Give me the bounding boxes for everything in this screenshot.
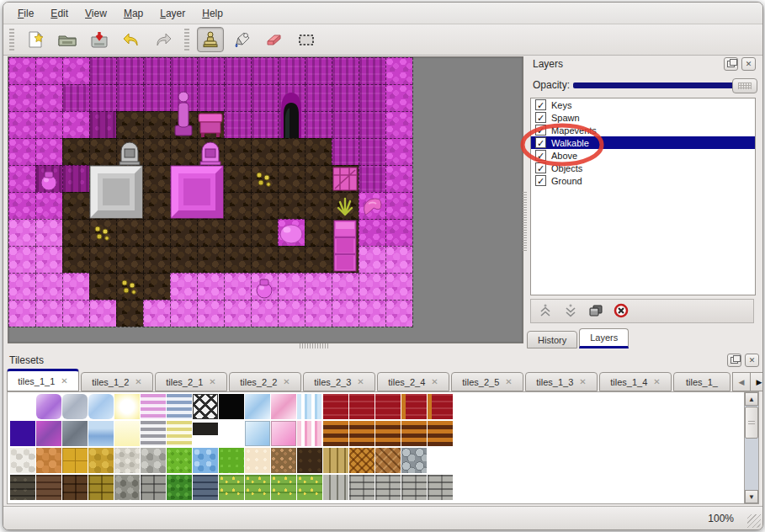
- palette-tile-glass-gray[interactable]: [62, 394, 88, 419]
- map-tile[interactable]: [332, 273, 359, 300]
- map-tile[interactable]: [143, 273, 170, 300]
- map-tile[interactable]: [8, 111, 35, 138]
- map-tile[interactable]: [89, 111, 116, 138]
- palette-tile-brickrow-gray[interactable]: [428, 475, 453, 500]
- palette-tile-hedge[interactable]: [167, 475, 192, 500]
- map-tile[interactable]: [35, 138, 62, 165]
- palette-tile-window-blue[interactable]: [245, 421, 270, 446]
- palette-tile-carpet-red[interactable]: [323, 394, 348, 419]
- map-tile[interactable]: [116, 273, 143, 300]
- map-tile[interactable]: [224, 84, 251, 111]
- eraser-tool-button[interactable]: [261, 27, 288, 52]
- map-tile[interactable]: [170, 165, 197, 192]
- map-tile[interactable]: [224, 57, 251, 84]
- map-tile[interactable]: [143, 192, 170, 219]
- map-tile[interactable]: [359, 111, 385, 138]
- palette-tile-stripe-yellow[interactable]: [167, 421, 192, 446]
- palette-tile-sign-black[interactable]: [193, 421, 218, 446]
- float-panel-button[interactable]: [724, 57, 738, 71]
- map-tile[interactable]: [35, 165, 62, 192]
- opacity-slider-handle[interactable]: [732, 78, 757, 93]
- map-tile[interactable]: [62, 246, 89, 273]
- palette-tile-dark-brown[interactable]: [297, 448, 322, 473]
- map-tile[interactable]: [332, 246, 359, 273]
- map-tile[interactable]: [332, 84, 359, 111]
- palette-tile-lattice[interactable]: [193, 394, 218, 419]
- layer-checkbox-walkable[interactable]: ✓: [535, 137, 546, 148]
- map-tile[interactable]: [251, 219, 278, 246]
- map-tile[interactable]: [385, 84, 412, 111]
- tab-close-icon[interactable]: ✕: [135, 377, 141, 386]
- map-tile[interactable]: [305, 138, 332, 165]
- tab-close-icon[interactable]: ✕: [653, 377, 660, 386]
- map-tile[interactable]: [8, 219, 35, 246]
- palette-tile-herringbone[interactable]: [375, 448, 401, 473]
- map-tile[interactable]: [332, 57, 359, 84]
- map-tile[interactable]: [170, 84, 197, 111]
- map-tile[interactable]: [143, 57, 170, 84]
- palette-tile-grass2[interactable]: [219, 448, 244, 473]
- map-tile[interactable]: [116, 165, 143, 192]
- map-tile[interactable]: [305, 219, 332, 246]
- tileset-tab-tiles_2_5[interactable]: tiles_2_5✕: [451, 372, 523, 391]
- tab-scroll-left-button[interactable]: ◀: [733, 373, 750, 391]
- palette-tile-plank-tan[interactable]: [323, 448, 348, 473]
- palette-tile-grass-flowers[interactable]: [297, 475, 322, 500]
- tileset-tab-tiles_2_3[interactable]: tiles_2_3✕: [303, 372, 375, 391]
- map-tile[interactable]: [359, 300, 385, 327]
- map-tile[interactable]: [305, 84, 332, 111]
- map-tile[interactable]: [62, 192, 89, 219]
- map-tile[interactable]: [278, 165, 305, 192]
- map-tile[interactable]: [251, 192, 278, 219]
- tileset-tab-tiles_1[interactable]: tiles_1_: [673, 372, 730, 391]
- map-tile[interactable]: [197, 165, 224, 192]
- delete-layer-button[interactable]: [612, 302, 630, 321]
- palette-tile-cobble-orange[interactable]: [36, 448, 61, 473]
- menu-map[interactable]: Map: [116, 5, 151, 22]
- map-tile[interactable]: [197, 219, 224, 246]
- palette-tile-zigzag-pink[interactable]: [297, 421, 322, 446]
- map-tile[interactable]: [197, 57, 224, 84]
- palette-tile-carpet-red-gold[interactable]: [428, 394, 453, 419]
- palette-tile-wood-stripe[interactable]: [349, 421, 375, 446]
- palette-tile-glow-yellow[interactable]: [114, 394, 140, 419]
- horizontal-splitter[interactable]: [300, 343, 330, 348]
- map-tile[interactable]: [35, 192, 62, 219]
- map-tile[interactable]: [251, 84, 278, 111]
- tab-close-icon[interactable]: ✕: [283, 377, 290, 386]
- palette-tile-basket[interactable]: [349, 448, 375, 473]
- map-tile[interactable]: [197, 111, 224, 138]
- palette-tile-stone-path[interactable]: [10, 448, 35, 473]
- map-tile[interactable]: [143, 165, 170, 192]
- tab-scroll-right-button[interactable]: ▶: [750, 373, 763, 391]
- redo-button[interactable]: [150, 27, 177, 52]
- map-tile[interactable]: [197, 300, 224, 327]
- map-tile[interactable]: [385, 246, 412, 273]
- map-tile[interactable]: [8, 57, 35, 84]
- map-tile[interactable]: [224, 165, 251, 192]
- map-tile[interactable]: [278, 192, 305, 219]
- map-tile[interactable]: [224, 246, 251, 273]
- map-tile[interactable]: [116, 246, 143, 273]
- layer-checkbox-mapevents[interactable]: ✓: [535, 125, 546, 136]
- palette-tile-empty[interactable]: [219, 421, 244, 446]
- palette-tile-floral-brown[interactable]: [271, 448, 296, 473]
- tilesets-float-button[interactable]: [727, 354, 741, 367]
- map-tile[interactable]: [385, 111, 412, 138]
- map-tile[interactable]: [89, 246, 116, 273]
- map-tile[interactable]: [143, 219, 170, 246]
- menu-file[interactable]: File: [10, 5, 41, 22]
- duplicate-layer-button[interactable]: [587, 302, 605, 321]
- map-tile[interactable]: [8, 138, 35, 165]
- palette-tile-brick-gray[interactable]: [141, 475, 166, 500]
- palette-tile-water[interactable]: [88, 421, 114, 446]
- map-tile[interactable]: [305, 165, 332, 192]
- palette-tile-wall-darkstone[interactable]: [10, 475, 35, 500]
- map-tile[interactable]: [8, 300, 35, 327]
- toolbar-grip[interactable]: [9, 29, 14, 51]
- map-tile[interactable]: [89, 165, 116, 192]
- palette-tile-grass[interactable]: [167, 448, 192, 473]
- map-tile[interactable]: [143, 111, 170, 138]
- map-tile[interactable]: [224, 300, 251, 327]
- palette-tile-carpet-red[interactable]: [375, 394, 401, 419]
